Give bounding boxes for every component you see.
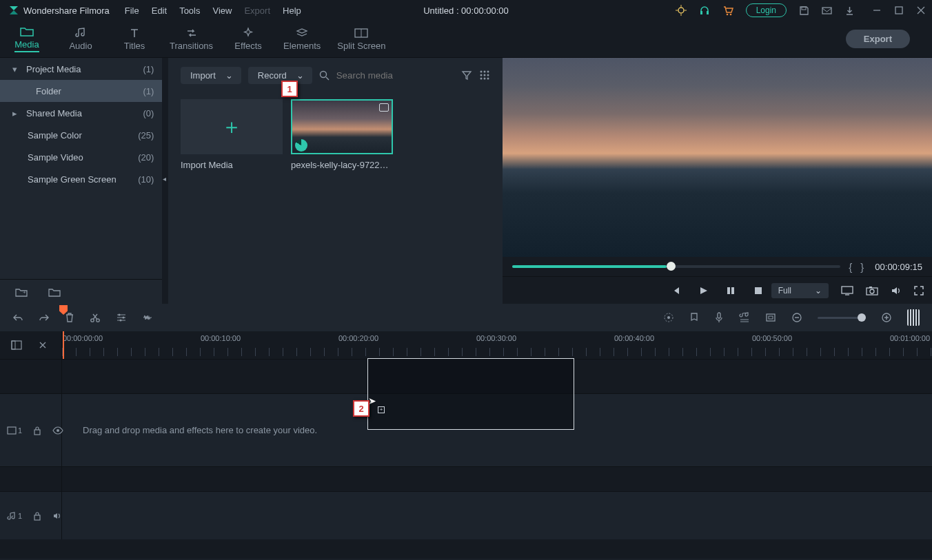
zoom-fit-button[interactable]: [907, 309, 920, 326]
marker-icon[interactable]: [689, 312, 699, 323]
zoom-slider[interactable]: [818, 317, 866, 319]
lock-icon[interactable]: [33, 426, 41, 435]
preview-canvas[interactable]: [503, 58, 932, 257]
sidebar-item-project-media[interactable]: ▾ Project Media (1): [0, 58, 162, 80]
mic-icon[interactable]: [714, 312, 724, 323]
chevron-down-icon: ▾: [12, 64, 21, 74]
tab-split-screen[interactable]: Split Screen: [337, 27, 385, 51]
plus-icon: ＋: [181, 99, 283, 154]
download-icon[interactable]: [844, 6, 855, 16]
svg-rect-47: [718, 313, 720, 318]
cart-icon[interactable]: [722, 5, 733, 16]
quality-dropdown[interactable]: Full⌄: [771, 283, 829, 298]
audio-track[interactable]: 1: [0, 491, 932, 539]
record-dropdown[interactable]: Record ⌄: [248, 67, 312, 84]
play-button[interactable]: [698, 286, 708, 295]
media-thumbnail: [291, 99, 393, 154]
track-options-icon[interactable]: [11, 340, 22, 350]
audio-mixer-icon[interactable]: [739, 312, 750, 323]
tab-titles[interactable]: Titles: [116, 27, 153, 51]
zoom-thumb[interactable]: [858, 313, 866, 322]
adjust-icon[interactable]: [116, 313, 127, 322]
stop-button[interactable]: [753, 286, 763, 295]
svg-rect-56: [12, 341, 15, 349]
svg-point-37: [91, 319, 94, 322]
svg-rect-8: [707, 11, 709, 14]
split-icon[interactable]: [90, 312, 101, 323]
svg-rect-60: [34, 515, 40, 520]
new-folder-icon[interactable]: +: [15, 287, 28, 297]
timeline-toolbar: [0, 304, 932, 331]
minimize-icon[interactable]: [873, 6, 881, 14]
sidebar-item-sample-color[interactable]: Sample Color (25): [0, 124, 162, 146]
video-track[interactable]: 1 Drag and drop media and effects here t…: [0, 393, 932, 466]
svg-point-38: [97, 319, 99, 322]
export-button[interactable]: Export: [846, 30, 910, 48]
split-screen-icon: [354, 27, 368, 39]
menu-tools[interactable]: Tools: [179, 6, 200, 16]
headphones-icon[interactable]: [699, 5, 710, 16]
prev-frame-button[interactable]: [671, 286, 680, 295]
svg-point-22: [487, 71, 489, 73]
tab-elements[interactable]: Elements: [283, 27, 321, 51]
svg-rect-31: [755, 287, 762, 294]
volume-icon[interactable]: [891, 285, 902, 296]
playhead[interactable]: [63, 331, 64, 359]
svg-point-23: [480, 74, 482, 76]
menu-help[interactable]: Help: [283, 6, 301, 16]
filter-icon[interactable]: [461, 70, 472, 81]
mail-icon[interactable]: [822, 6, 832, 16]
preview-seek-bar[interactable]: [512, 265, 840, 268]
svg-rect-36: [869, 287, 872, 288]
svg-point-59: [57, 429, 59, 432]
chevron-down-icon: ⌄: [815, 286, 822, 295]
undo-icon[interactable]: [12, 313, 23, 322]
close-icon[interactable]: [917, 6, 925, 14]
tab-audio[interactable]: Audio: [62, 27, 99, 51]
save-icon[interactable]: [799, 6, 809, 16]
panel-splitter[interactable]: ◂: [162, 58, 168, 304]
seek-thumb[interactable]: [667, 262, 676, 271]
snapshot-icon[interactable]: [866, 286, 878, 295]
svg-line-19: [326, 77, 329, 80]
delete-icon[interactable]: [65, 312, 74, 323]
pause-button[interactable]: [726, 286, 736, 295]
timeline-ruler[interactable]: 00:00:00:00 00:00:10:00 00:00:20:00 00:0…: [62, 331, 932, 359]
login-button[interactable]: Login: [746, 3, 787, 17]
import-media-card[interactable]: ＋ Import Media: [181, 99, 283, 170]
fullscreen-icon[interactable]: [914, 286, 924, 295]
tab-transitions[interactable]: Transitions: [170, 27, 213, 51]
tab-effects[interactable]: Effects: [230, 27, 267, 51]
redo-icon[interactable]: [39, 313, 50, 322]
tab-media[interactable]: Media: [8, 25, 45, 52]
grid-view-icon[interactable]: [479, 70, 490, 81]
menu-view[interactable]: View: [212, 6, 232, 16]
lock-icon[interactable]: [33, 511, 41, 521]
speaker-icon[interactable]: [52, 511, 62, 521]
sidebar-item-folder[interactable]: Folder (1): [0, 80, 162, 102]
svg-point-26: [480, 78, 482, 80]
display-icon[interactable]: [841, 286, 853, 295]
menu-file[interactable]: File: [125, 6, 139, 16]
crop-icon[interactable]: [765, 313, 776, 322]
zoom-out-icon[interactable]: [791, 312, 802, 323]
audio-track-icon: 1: [7, 511, 22, 521]
in-out-markers[interactable]: { }: [849, 261, 867, 273]
import-dropdown[interactable]: Import ⌄: [181, 67, 241, 84]
menu-export: Export: [244, 6, 270, 16]
sun-icon[interactable]: [676, 5, 687, 16]
svg-point-2: [678, 8, 684, 13]
zoom-in-icon[interactable]: [881, 312, 892, 323]
sidebar-item-sample-video[interactable]: Sample Video (20): [0, 146, 162, 168]
folder-icon[interactable]: [48, 287, 61, 297]
trim-icon[interactable]: [37, 340, 48, 351]
maximize-icon[interactable]: [895, 6, 903, 14]
audio-wave-icon[interactable]: [142, 313, 154, 322]
menu-edit[interactable]: Edit: [152, 6, 167, 16]
media-clip-card[interactable]: pexels-kelly-lacy-9722139: [291, 99, 393, 170]
sidebar-item-sample-green-screen[interactable]: Sample Green Screen (10): [0, 168, 162, 190]
search-input[interactable]: [335, 70, 454, 81]
sidebar-item-shared-media[interactable]: ▸ Shared Media (0): [0, 102, 162, 124]
svg-rect-58: [34, 430, 40, 435]
render-icon[interactable]: [663, 312, 674, 323]
